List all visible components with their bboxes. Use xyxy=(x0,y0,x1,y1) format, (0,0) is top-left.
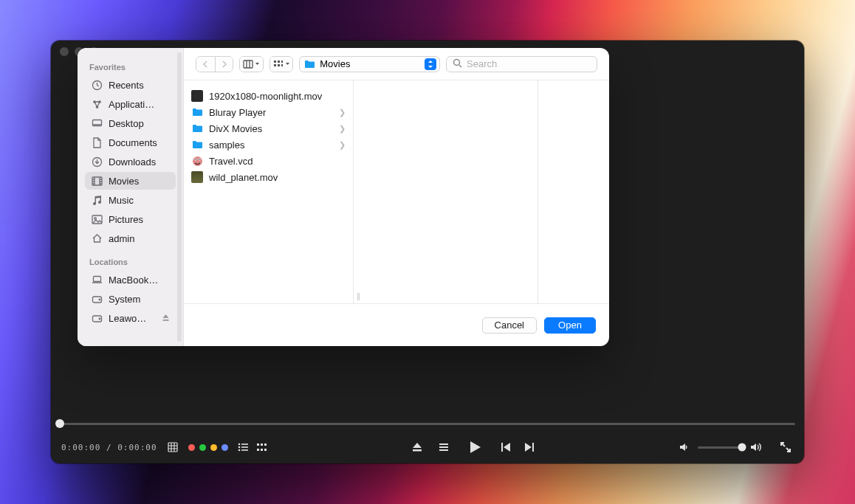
seek-handle[interactable] xyxy=(55,419,64,428)
sidebar-item-label: System xyxy=(109,294,140,305)
tag-dot-yellow[interactable] xyxy=(210,444,217,451)
svg-point-27 xyxy=(94,217,96,219)
svg-rect-14 xyxy=(439,443,448,445)
fullscreen-icon[interactable] xyxy=(777,439,794,455)
desktop-icon xyxy=(91,117,103,129)
volume-low-icon[interactable] xyxy=(676,439,692,455)
file-name: wild_planet.mov xyxy=(209,172,278,183)
sidebar-item-pictures[interactable]: Pictures xyxy=(85,210,176,228)
svg-rect-36 xyxy=(278,61,280,63)
music-icon xyxy=(91,194,103,206)
folder-icon xyxy=(191,139,203,151)
file-row[interactable]: DivX Movies❯ xyxy=(184,120,353,137)
sidebar-item-label: Documents xyxy=(109,137,157,148)
svg-rect-17 xyxy=(501,443,503,452)
sidebar-section-favorites: Favorites xyxy=(82,60,179,75)
next-track-button[interactable] xyxy=(521,439,538,455)
volume-handle[interactable] xyxy=(738,443,746,452)
svg-rect-38 xyxy=(274,64,276,66)
svg-point-30 xyxy=(99,299,100,300)
svg-rect-33 xyxy=(163,320,169,321)
tag-dot-green[interactable] xyxy=(199,444,206,451)
svg-rect-28 xyxy=(93,277,100,282)
wild-icon xyxy=(191,171,203,183)
sidebar-item-downloads[interactable]: Downloads xyxy=(85,153,176,170)
sidebar-location-system[interactable]: System xyxy=(85,290,176,308)
svg-rect-35 xyxy=(274,61,276,63)
tag-dot-blue[interactable] xyxy=(222,444,228,451)
chevron-down-icon xyxy=(285,62,290,66)
svg-rect-16 xyxy=(439,449,448,451)
dialog-toolbar: Movies xyxy=(184,48,609,80)
svg-point-42 xyxy=(193,156,202,166)
svg-rect-37 xyxy=(281,61,283,63)
sidebar-item-label: Applicati… xyxy=(109,99,154,110)
file-row[interactable]: Travel.vcd xyxy=(184,153,353,169)
view-mode-columns[interactable] xyxy=(239,56,263,72)
play-button[interactable] xyxy=(467,439,483,455)
seekbar-row xyxy=(51,416,804,431)
disk-icon xyxy=(91,293,103,305)
search-field[interactable] xyxy=(446,56,597,72)
sidebar-scrollbar[interactable] xyxy=(177,52,182,342)
sidebar-item-applicati[interactable]: Applicati… xyxy=(85,95,176,113)
file-row[interactable]: wild_planet.mov xyxy=(184,169,353,185)
open-button[interactable]: Open xyxy=(544,317,596,334)
sidebar-location-macbook[interactable]: MacBook… xyxy=(85,271,176,289)
svg-rect-11 xyxy=(261,449,263,451)
sidebar-item-music[interactable]: Music xyxy=(85,191,176,209)
pictures-icon xyxy=(91,213,103,225)
sidebar-location-leawo[interactable]: Leawo… xyxy=(85,309,176,327)
folder-icon xyxy=(191,106,203,118)
svg-rect-0 xyxy=(168,443,177,452)
nav-forward-button[interactable] xyxy=(215,57,233,72)
location-name: Movies xyxy=(320,58,350,69)
file-column-1[interactable]: 1920x1080-moonlight.movBluray Player❯Div… xyxy=(184,80,354,303)
file-name: samples xyxy=(209,139,244,151)
volume-high-icon[interactable] xyxy=(748,439,764,455)
sidebar-item-desktop[interactable]: Desktop xyxy=(85,114,176,132)
sidebar-item-movies[interactable]: Movies xyxy=(85,172,176,190)
dialog-sidebar[interactable]: Favorites RecentsApplicati…DesktopDocume… xyxy=(78,48,184,346)
svg-rect-18 xyxy=(532,443,534,452)
playlist-icon[interactable] xyxy=(436,439,452,455)
svg-rect-9 xyxy=(261,443,263,446)
chevron-right-icon: ❯ xyxy=(339,140,346,150)
nav-back-button[interactable] xyxy=(196,57,215,72)
list-icon[interactable] xyxy=(236,439,252,455)
sidebar-item-label: Movies xyxy=(109,176,139,187)
file-column-2[interactable] xyxy=(361,80,538,303)
sidebar-item-documents[interactable]: Documents xyxy=(85,134,176,151)
cancel-button[interactable]: Cancel xyxy=(482,317,537,334)
svg-rect-8 xyxy=(257,449,259,451)
seek-slider[interactable] xyxy=(60,423,795,425)
volume-slider[interactable] xyxy=(698,446,742,449)
sidebar-item-label: admin xyxy=(109,233,134,244)
view-mode-icons[interactable] xyxy=(269,56,293,72)
svg-rect-10 xyxy=(264,443,267,446)
eject-icon[interactable] xyxy=(409,439,425,455)
columns-browser: 1920x1080-moonlight.movBluray Player❯Div… xyxy=(184,80,609,303)
sidebar-item-recents[interactable]: Recents xyxy=(85,76,176,94)
file-row[interactable]: Bluray Player❯ xyxy=(184,104,353,120)
columns-icon[interactable] xyxy=(255,439,271,455)
grid-icon[interactable] xyxy=(165,439,181,455)
eject-icon[interactable] xyxy=(162,313,170,324)
chevron-right-icon: ❯ xyxy=(339,108,346,117)
file-row[interactable]: 1920x1080-moonlight.mov xyxy=(184,88,353,104)
location-popup[interactable]: Movies xyxy=(299,56,440,72)
tag-dot-red[interactable] xyxy=(188,444,195,451)
open-file-dialog: Favorites RecentsApplicati…DesktopDocume… xyxy=(78,48,609,346)
sidebar-item-label: Downloads xyxy=(109,156,156,168)
color-tag-dots[interactable] xyxy=(188,444,228,451)
chevron-right-icon: ❯ xyxy=(339,124,346,134)
column-resize-handle[interactable]: ‖ xyxy=(354,80,361,303)
previous-track-button[interactable] xyxy=(498,439,514,455)
file-name: DivX Movies xyxy=(209,123,262,134)
close-window-dot[interactable] xyxy=(60,47,69,56)
player-window: 0:00:00 / 0:00:00 xyxy=(51,41,804,463)
file-row[interactable]: samples❯ xyxy=(184,137,353,153)
apps-icon xyxy=(91,98,103,110)
search-input[interactable] xyxy=(467,58,591,69)
sidebar-item-admin[interactable]: admin xyxy=(85,229,176,247)
